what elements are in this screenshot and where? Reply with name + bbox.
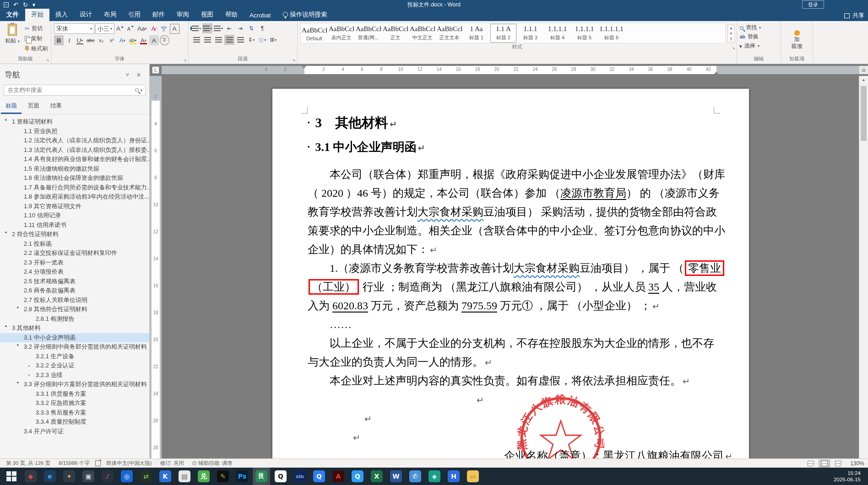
nav-item[interactable]: ▹3.2.2 企业认证 [0,361,149,371]
italic-button[interactable]: I [65,35,74,45]
tab-tellme[interactable]: 操作说明搜索 [277,9,333,21]
style-item-标题 2[interactable]: 1.1 A标题 2 [490,24,516,43]
bank-app-icon[interactable]: 艮 [253,468,270,485]
clear-format-button[interactable]: A̷ [149,24,158,34]
style-item-标题 6[interactable]: 1.1.1.1.1标题 6 [598,24,624,43]
nav-tab-标题[interactable]: 标题 [1,100,22,114]
grow-font-button[interactable]: A▲ [115,24,125,34]
nav-item[interactable]: ▸1.7 具备履行合同所必需的设备和专业技术能力... [0,183,149,193]
nav-item[interactable]: ▸3.4 开户许可证 [0,427,149,436]
tree-expanded-icon[interactable]: ▸ [16,343,24,351]
tab-file[interactable]: 文件 [0,9,25,21]
styles-up-icon[interactable]: ▲ [729,26,733,30]
acrobat-icon[interactable]: A [330,468,347,485]
phone-app-icon[interactable]: ✆ [407,468,424,485]
borders-button[interactable]: ⊞▾ [268,35,278,45]
vertical-scrollbar[interactable]: ▲ [859,76,868,458]
nav-search-dropdown-icon[interactable]: ▾ [141,88,142,92]
style-item-标题 3[interactable]: 1.1.1标题 3 [517,24,543,43]
tab-mailings[interactable]: 邮件 [146,9,171,21]
taskbar-clock[interactable]: 15:24 2025-06-15 [834,470,865,483]
signin-button[interactable]: 登录 [802,0,824,9]
paragraph-shading-button[interactable]: ▨▾ [257,35,267,45]
nav-item[interactable]: ▸1 资格证明材料 [0,117,149,127]
distribute-button[interactable] [235,35,245,45]
show-marks-button[interactable]: ¶ [257,23,267,33]
scrollbar-thumb[interactable] [861,86,867,141]
nav-item[interactable]: ▸2.6 商务条款偏离表 [0,286,149,296]
replace-button[interactable]: ab替换 [740,32,761,41]
paragraph-dialog-launcher[interactable]: ↘ [292,58,296,62]
align-right-button[interactable] [213,35,223,45]
app-colorful-icon[interactable]: ✦ [60,468,78,485]
numbering-button[interactable]: ▾ [202,23,212,33]
nav-item[interactable]: ▸2.2 递交投标保证金证明材料复印件 [0,248,149,258]
bold-button[interactable]: B [54,35,64,45]
tree-expanded-icon[interactable]: ▸ [16,305,24,313]
folder-icon[interactable]: ▱ [464,468,482,485]
document-page[interactable]: ▪3 其他材料↵▪3.1 中小企业声明函↵本公司（联合体）郑重声明，根据《政府采… [272,89,749,458]
roundcube-icon[interactable]: ◎ [118,468,136,485]
nav-item[interactable]: ▸2.8 其他符合性证明材料 [0,305,149,314]
nav-item[interactable]: ▹3.2.3 业绩 [0,371,149,380]
coreldraw-icon[interactable]: ✎ [214,468,232,485]
style-item-标题 1[interactable]: 1 Aa标题 1 [463,24,489,43]
word-count[interactable]: 8/15986 个字 [54,460,94,467]
styles-more-icon[interactable]: ⊽ [730,37,732,41]
align-left-button[interactable] [191,35,201,45]
right-indent-marker[interactable] [714,71,719,74]
koolearn-icon[interactable]: K [157,468,174,485]
multilevel-list-button[interactable]: ▾ [213,23,223,33]
nav-item[interactable]: ▸1.6 依法缴纳社会保障资金的缴款凭据 [0,173,149,183]
style-item-普通(网...[interactable]: AaBbCcDc普通(网... [355,24,381,43]
quark-icon[interactable]: Q [310,468,328,485]
sync-tool-icon[interactable]: ⇄ [137,468,155,485]
shading-button[interactable]: A [149,35,159,45]
tab-layout[interactable]: 布局 [98,9,122,21]
nav-item[interactable]: ▸2.1 投标函 [0,239,149,249]
nav-search-input[interactable] [7,86,135,94]
v-ruler[interactable]: 246810121416182022242628 [150,76,162,458]
nav-item[interactable]: ▸3.3.1 供货服务方案 [0,389,149,399]
style-item-中文正文[interactable]: AaBbCcDc中文正文 [409,24,435,43]
qq-icon[interactable]: Q [272,468,289,485]
proofing-icon[interactable] [95,460,101,466]
tab-stop-selector[interactable]: L [150,64,162,76]
nav-item[interactable]: ▸1.8 参加政府采购活动前3年内在经营活动中没... [0,192,149,202]
start-icon[interactable] [3,468,20,485]
h-ruler[interactable]: 4224681012141618202224262830323436384042 [162,66,859,74]
text-effects-button[interactable]: A ▾ [118,35,127,45]
font-family-select[interactable]: 宋体▾ [54,23,94,34]
music-app-icon[interactable]: ♪ [99,468,116,485]
ruler-toggle-button[interactable]: ▤ [859,66,868,74]
nav-item[interactable]: ▸1.4 具有良好的商业信誉和健全的财务会计制度... [0,155,149,164]
enclose-characters-button[interactable]: 字 [160,35,169,45]
read-mode-button[interactable] [805,459,817,468]
nav-pane-menu-icon[interactable]: ˅ [122,72,133,78]
clipboard-dialog-launcher[interactable]: ↘ [45,58,50,62]
tab-references[interactable]: 引用 [122,9,146,21]
tab-help[interactable]: 帮助 [219,9,244,21]
superscript-button[interactable]: x² [107,35,117,45]
accessibility-indicator[interactable]: 辅助功能: 调查 [188,460,237,467]
nav-item[interactable]: ▸1.11 信用承诺书 [0,221,149,230]
sort-button[interactable]: ⇅ [246,23,256,33]
excel-icon[interactable]: X [368,468,385,485]
nav-item[interactable]: ▸2.5 技术规格偏离表 [0,277,149,286]
find-button[interactable]: 查找▾ [740,23,761,32]
teal-app-icon[interactable]: ◈ [426,468,443,485]
scroll-up-icon[interactable]: ▲ [859,76,868,84]
tree-expanded-icon[interactable]: ▸ [4,230,12,238]
phonetic-guide-button[interactable]: wén文 [159,24,169,34]
line-spacing-button[interactable]: ⇕▾ [246,35,256,45]
paste-button[interactable]: 粘贴 ▾ [3,23,22,55]
tab-review[interactable]: 审阅 [171,9,195,21]
subscript-button[interactable]: x₂ [97,35,106,45]
tree-collapsed-icon[interactable]: ▹ [28,364,36,368]
nav-item[interactable]: ▸1.1 营业执照 [0,127,149,136]
style-item-Default[interactable]: AaBbCcDcDefault [301,24,327,43]
nav-item[interactable]: ▸3.1 中小企业声明函 [0,333,149,343]
copy-button[interactable]: 复制 [25,34,48,43]
nav-item[interactable]: ▸3.3.3 售后服务方案 [0,408,149,418]
app-gray-icon[interactable]: ▣ [80,468,97,485]
